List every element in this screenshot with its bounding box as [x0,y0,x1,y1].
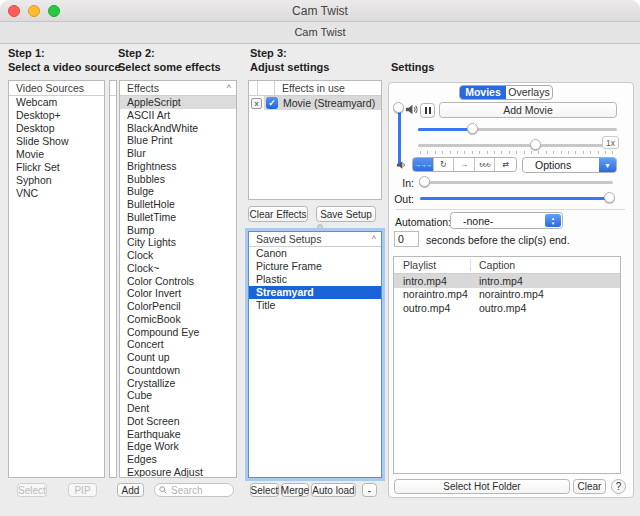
clear-effects-button[interactable]: Clear Effects [248,206,308,222]
effects-item[interactable]: Concert [120,338,236,351]
saved-setup-item-selected[interactable]: Streamyard [249,286,381,299]
effects-item[interactable]: BlackAndWhite [120,122,236,135]
search-input[interactable] [169,484,229,497]
volume-slider-track[interactable] [398,110,401,166]
window-tab-bar[interactable]: Cam Twist [0,22,640,44]
effects-item[interactable]: Bulge [120,185,236,198]
pip-button[interactable]: PIP [68,483,97,497]
effects-item[interactable]: Exposure Adjust [120,466,236,478]
video-source-item[interactable]: Slide Show [9,135,104,148]
save-setup-button[interactable]: Save Setup [316,206,376,222]
effects-item[interactable]: Dot Screen [120,415,236,428]
effects-item[interactable]: BulletTime [120,211,236,224]
saved-setup-item[interactable]: Canon [249,247,381,260]
effects-in-use-header[interactable]: Effects in use [249,81,381,96]
title-bar[interactable]: Cam Twist [0,0,640,22]
rate-slider-knob[interactable] [530,139,541,150]
playlist-row[interactable]: noraintro.mp4 noraintro.mp4 [394,288,620,302]
sort-ascending-icon[interactable]: ^ [227,83,231,93]
zoom-window-button[interactable] [48,5,60,17]
help-button[interactable]: ? [611,479,626,494]
saved-setups-header[interactable]: Saved Setups ^ [249,232,381,247]
effects-item[interactable]: City Lights [120,236,236,249]
effects-item[interactable]: Earthquake [120,428,236,441]
effects-item[interactable]: ASCII Art [120,109,236,122]
setup-select-button[interactable]: Select [250,483,279,497]
video-source-item[interactable]: Webcam [9,96,104,109]
effects-item[interactable]: Clock~ [120,262,236,275]
options-dropdown[interactable]: Options ▾ [522,157,617,173]
play-sequence-icon[interactable]: →→→ [413,158,434,171]
effects-item[interactable]: BulletHole [120,198,236,211]
effects-item[interactable]: Crystallize [120,377,236,390]
add-effect-button[interactable]: Add [117,483,144,497]
setup-auto-load-button[interactable]: Auto load [311,483,356,497]
rate-slider-track[interactable] [418,144,614,147]
saved-setup-item[interactable]: Plastic [249,273,381,286]
position-slider-knob[interactable] [467,123,478,134]
video-source-item[interactable]: VNC [9,187,104,200]
effects-item[interactable]: Blue Print [120,134,236,147]
saved-setup-item[interactable]: Picture Frame [249,260,381,273]
play-once-icon[interactable]: → [454,158,475,171]
tab-movies[interactable]: Movies [460,86,506,99]
effects-item[interactable]: Countdown [120,364,236,377]
shuffle-icon[interactable]: ⇄ [495,158,516,171]
effect-enabled-checkbox[interactable]: ✓ [266,97,278,109]
playlist-table-header[interactable]: Playlist Caption [394,257,620,274]
tab-overlays[interactable]: Overlays [506,86,552,99]
effects-header[interactable]: Effects ^ [120,81,236,96]
playlist-row[interactable]: outro.mp4 outro.mp4 [394,301,620,315]
video-sources-header[interactable]: Video Sources [9,81,104,96]
effects-item[interactable]: Dent [120,402,236,415]
playlist-column-header[interactable]: Playlist [394,259,471,271]
playlist-row[interactable]: intro.mp4 intro.mp4 [394,274,620,288]
effects-item[interactable]: Color Invert [120,287,236,300]
sort-ascending-icon[interactable]: ^ [372,234,376,244]
effects-item[interactable]: Bump [120,224,236,237]
splitter-handle[interactable] [317,224,323,230]
remove-effect-button[interactable]: x [251,98,262,109]
effects-item[interactable]: Count up [120,351,236,364]
video-source-item[interactable]: Flickr Set [9,161,104,174]
effects-item[interactable]: Clock [120,249,236,262]
effects-item[interactable]: Color Controls [120,275,236,288]
setup-remove-button[interactable]: - [362,483,377,497]
pause-button[interactable] [420,103,435,118]
effects-item[interactable]: Bubbles [120,173,236,186]
effect-in-use-row[interactable]: x ✓ Movie (Streamyard) [249,96,381,110]
loop-all-icon[interactable]: ↻↻↻ [475,158,496,171]
video-source-item[interactable]: Desktop [9,122,104,135]
clear-button[interactable]: Clear [573,479,606,494]
effects-item[interactable]: Cube [120,389,236,402]
effects-item[interactable]: Edges [120,453,236,466]
in-slider-track[interactable] [420,181,613,184]
effects-search-field[interactable] [154,483,234,497]
video-source-item[interactable]: Movie [9,148,104,161]
saved-setup-item[interactable]: Title [249,299,381,312]
loop-one-icon[interactable]: ↻ [434,158,455,171]
source-select-button[interactable]: Select [17,483,47,497]
minimize-window-button[interactable] [28,5,40,17]
effects-item[interactable]: Brightness [120,160,236,173]
out-slider-track[interactable] [420,197,610,200]
close-window-button[interactable] [8,5,20,17]
add-movie-button[interactable]: Add Movie [439,102,617,118]
video-source-item[interactable]: Desktop+ [9,109,104,122]
effects-item[interactable]: Edge Work [120,440,236,453]
effects-item[interactable]: Blur [120,147,236,160]
effects-item[interactable]: ComicBook [120,313,236,326]
effects-item[interactable]: Compound Eye [120,326,236,339]
in-slider-knob[interactable] [419,176,430,187]
effects-item[interactable]: ColorPencil [120,300,236,313]
setup-merge-button[interactable]: Merge [281,483,309,497]
select-hot-folder-button[interactable]: Select Hot Folder [394,479,570,494]
window-tab-label[interactable]: Cam Twist [0,22,640,43]
caption-column-header[interactable]: Caption [471,259,515,271]
volume-slider-knob[interactable] [393,102,404,113]
effects-item[interactable]: AppleScript [120,96,236,109]
out-slider-knob[interactable] [604,192,615,203]
seconds-input[interactable] [394,231,419,247]
video-source-item[interactable]: Syphon [9,174,104,187]
automation-popup[interactable]: -none- ▴ ▾ [450,212,563,229]
